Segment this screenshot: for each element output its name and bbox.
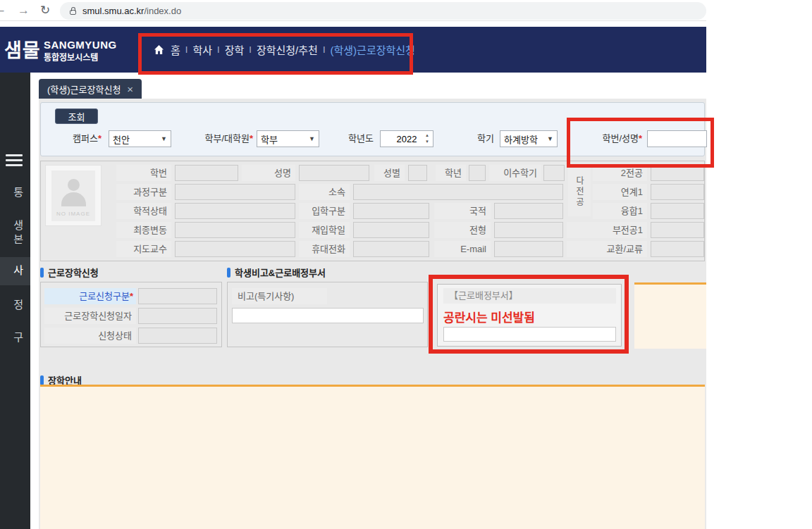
dept-warning-text: 공란시는 미선발됨 [443, 308, 535, 325]
student-id-label: 학번/성명* [572, 130, 642, 147]
url-host: smul.smu.ac.kr [82, 6, 144, 16]
campus-label: 캠퍼스* [57, 130, 102, 147]
memo-section-title: 학생비고&근로배정부서 [235, 266, 326, 279]
label-last-change: 최종변동 [116, 222, 171, 238]
input-gender [408, 165, 427, 181]
forward-icon[interactable]: → [18, 0, 30, 21]
student-id-input[interactable] [647, 130, 707, 147]
hamburger-menu-icon[interactable] [6, 154, 23, 166]
work-date-input [138, 308, 217, 324]
sidebar-item-haksa[interactable]: 사 [0, 263, 27, 278]
label-course-type: 과정구분 [116, 184, 171, 200]
chevron-down-icon: ▼ [309, 135, 315, 142]
app-header: 샘물 SANGMYUNG 통합정보시스템 홈 I 학사 I 장학 I 장학신청/… [0, 27, 706, 73]
label-exchange: 교환/교류 [567, 241, 647, 257]
breadcrumb-nav: 홈 I 학사 I 장학 I 장학신청/추천 I (학생)근로장학신청 [154, 27, 415, 73]
input-semesters [543, 165, 565, 181]
year-spinner[interactable]: 2022▲▼ [380, 130, 433, 147]
label-linked-major: 연계1 [593, 184, 647, 200]
sidebar: 통 생 본 사 정 구 [0, 73, 30, 529]
input-enrollment-status [175, 203, 295, 219]
work-type-input[interactable] [138, 288, 217, 304]
sidebar-item-student-basic[interactable]: 생 본 [0, 218, 27, 247]
work-section-header: 근로장학신청 [40, 266, 99, 279]
back-icon[interactable]: – [0, 0, 4, 21]
assigned-dept-panel: 【근로배정부서】 공란시는 미선발됨 [437, 284, 622, 347]
memo-section-header: 학생비고&근로배정부서 [227, 266, 326, 279]
input-email [494, 241, 563, 257]
work-section-title: 근로장학신청 [48, 266, 99, 279]
nav-item-janghak[interactable]: 장학 [225, 42, 245, 57]
assigned-dept-input[interactable] [443, 327, 616, 342]
input-second-major [651, 165, 704, 181]
section-bar-icon [227, 268, 230, 278]
division-select[interactable]: 학부▼ [257, 130, 319, 147]
nav-item-workstudy-active[interactable]: (학생)근로장학신청 [331, 42, 415, 57]
sidebar-item-research[interactable]: 구 [0, 330, 27, 344]
person-icon [68, 179, 80, 191]
input-grade [469, 165, 486, 181]
sidebar-item-admin[interactable]: 정 [0, 298, 27, 312]
label-email: E-mail [434, 241, 491, 257]
refresh-icon[interactable]: ↻ [40, 0, 50, 21]
input-nationality [494, 203, 563, 219]
search-filter-panel: 조회 캠퍼스* 천안▼ 학부/대학원* 학부▼ 학년도 2022▲▼ 학기 하계… [40, 102, 705, 156]
label-name: 성명 [242, 165, 295, 181]
tab-title: (학생)근로장학신청 [47, 82, 121, 96]
input-screening [494, 222, 563, 238]
label-grade: 학년 [436, 165, 466, 181]
home-icon[interactable] [154, 44, 164, 55]
label-enrollment-status: 학적상태 [116, 203, 171, 219]
work-type-label: 근로신청구분* [44, 288, 136, 304]
side-notice-panel [634, 282, 706, 349]
nav-home[interactable]: 홈 [171, 42, 180, 57]
input-student-no [175, 165, 238, 181]
label-advisor: 지도교수 [116, 241, 171, 257]
input-exchange [651, 241, 704, 257]
input-course-type [175, 184, 295, 200]
label-nationality: 국적 [434, 203, 491, 219]
input-linked-major [651, 184, 704, 200]
memo-input[interactable] [232, 308, 424, 323]
input-mobile [353, 241, 429, 257]
app-logo[interactable]: 샘물 [4, 35, 41, 63]
input-affiliation [353, 184, 563, 200]
logo-subtitle: 통합정보시스템 [44, 51, 98, 63]
label-second-major: 2전공 [593, 165, 647, 181]
logo-title: SANGMYUNG [44, 39, 117, 51]
label-admission-type: 입학구분 [299, 203, 350, 219]
sidebar-item-common[interactable]: 통 [0, 185, 27, 199]
student-info-panel: NO IMAGE 학번 성명 성별 학년 이수학기 다전공 2전공 과정구분 소… [40, 161, 705, 261]
memo-panel: 비고(특기사항) [227, 282, 428, 347]
assigned-dept-label: 【근로배정부서】 [443, 288, 616, 304]
address-bar[interactable]: smul.smu.ac.kr/index.do [60, 2, 706, 20]
campus-select[interactable]: 천안▼ [109, 130, 171, 147]
label-screening: 전형 [434, 222, 491, 238]
input-advisor [175, 241, 295, 257]
label-convergence-major: 융합1 [593, 203, 647, 219]
tab-close-icon[interactable]: × [127, 83, 133, 95]
input-last-change [175, 222, 295, 238]
guide-content-area [40, 385, 705, 529]
chevron-down-icon: ▼ [161, 135, 167, 142]
search-button[interactable]: 조회 [55, 108, 98, 124]
tab-workstudy-application[interactable]: (학생)근로장학신청 × [39, 79, 142, 99]
no-image-label: NO IMAGE [51, 211, 95, 217]
label-affiliation: 소속 [299, 184, 350, 200]
semester-select[interactable]: 하계방학▼ [500, 130, 558, 147]
work-date-label: 근로장학신청일자 [44, 308, 136, 324]
input-name [299, 165, 369, 181]
lock-icon [70, 10, 76, 15]
section-bar-icon [40, 375, 44, 385]
year-label: 학년도 [339, 130, 374, 147]
input-minor [651, 222, 704, 238]
chevron-down-icon: ▼ [547, 135, 553, 142]
input-admission-type [353, 203, 429, 219]
nav-item-apply[interactable]: 장학신청/추천 [257, 42, 318, 57]
nav-item-haksa[interactable]: 학사 [192, 42, 212, 57]
input-readmission-date [353, 222, 429, 238]
spinner-arrows-icon[interactable]: ▲▼ [425, 132, 429, 145]
label-readmission-date: 재입학일 [299, 222, 350, 238]
screenshot-root: – → ↻ smul.smu.ac.kr/index.do 샘물 SANGMYU… [0, 0, 812, 529]
work-status-label: 신청상태 [44, 328, 136, 344]
